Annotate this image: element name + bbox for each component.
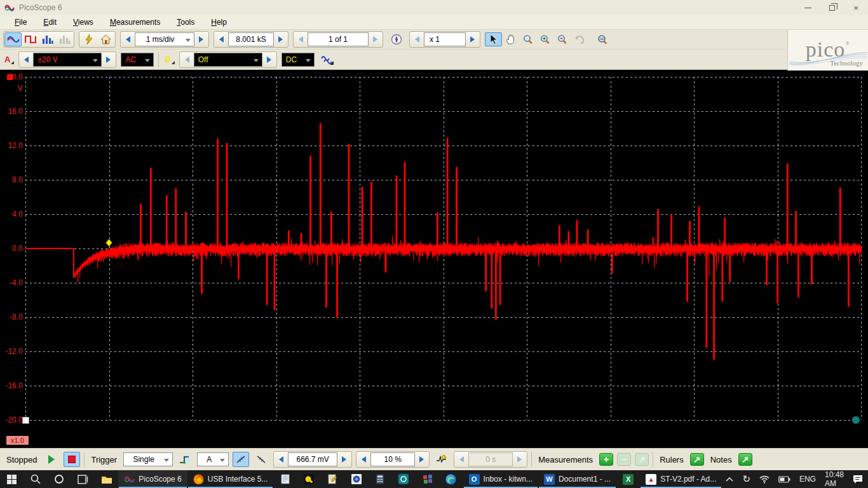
- tray-battery-icon[interactable]: [775, 470, 794, 488]
- samples-prev-button[interactable]: [215, 32, 228, 46]
- level-down-button[interactable]: [275, 452, 288, 466]
- taskbar-app-teal[interactable]: [392, 470, 416, 488]
- trigger-timing-button[interactable]: [433, 452, 450, 467]
- pre-trigger-field[interactable]: 10 %: [370, 452, 415, 466]
- zoom-prev-button[interactable]: [410, 32, 424, 46]
- logo-sub-text: Technology: [788, 59, 868, 67]
- advanced-trigger-button[interactable]: [177, 452, 193, 467]
- tray-show-hidden-button[interactable]: [722, 470, 737, 488]
- timebase-select[interactable]: 1 ms/div: [135, 32, 194, 46]
- menu-tools[interactable]: Tools: [168, 16, 203, 29]
- calculator-icon: [376, 474, 384, 484]
- spectrum-mode-button-disabled[interactable]: [56, 32, 73, 46]
- task-view-button[interactable]: [71, 470, 95, 488]
- timebase-prev-button[interactable]: [121, 32, 135, 46]
- menu-measurements[interactable]: Measurements: [102, 16, 168, 29]
- zoom-out-tool[interactable]: [553, 32, 571, 46]
- taskbar-app-outlook[interactable]: O Inbox - kitwn...: [463, 470, 538, 488]
- rulers-button[interactable]: ↗: [690, 453, 704, 466]
- notes-button[interactable]: ↗: [738, 453, 752, 466]
- delay-up-button[interactable]: [513, 452, 526, 466]
- delay-down-button[interactable]: [455, 452, 468, 466]
- taskbar-app-notepad[interactable]: [273, 470, 297, 488]
- minimize-button[interactable]: [796, 0, 820, 15]
- channel-b-range-select[interactable]: Off: [194, 53, 262, 67]
- taskbar-app-adobe[interactable]: ▲ ST-V2.pdf - Ad...: [640, 470, 722, 488]
- taskbar-app-calculator[interactable]: [369, 470, 392, 488]
- close-button[interactable]: ×: [844, 0, 868, 15]
- menu-edit[interactable]: Edit: [35, 16, 65, 29]
- start-button[interactable]: [0, 470, 24, 488]
- normal-selection-tool[interactable]: [485, 32, 502, 46]
- taskbar-app-blue-disc[interactable]: [344, 470, 368, 488]
- range-a-next-button[interactable]: [102, 53, 115, 67]
- channel-a-range-select[interactable]: ±20 V: [33, 53, 102, 67]
- timebase-next-button[interactable]: [194, 32, 208, 46]
- spectrum-view-button[interactable]: [39, 32, 56, 46]
- tray-clock[interactable]: 10:48 AM: [821, 470, 848, 488]
- cortana-button[interactable]: [48, 470, 71, 488]
- taskbar-app-notepadpp[interactable]: [321, 470, 344, 488]
- pretrigger-up-button[interactable]: [415, 452, 428, 466]
- restore-button[interactable]: [820, 0, 844, 15]
- waveform-canvas[interactable]: [0, 70, 868, 448]
- page-prev-button[interactable]: [294, 32, 308, 46]
- excel-icon: X: [623, 474, 634, 485]
- search-button[interactable]: [24, 470, 47, 488]
- channel-b-coupling-select[interactable]: DC: [281, 53, 315, 67]
- level-up-button[interactable]: [337, 452, 351, 466]
- channel-b-menu[interactable]: B: [163, 53, 174, 65]
- signal-generator-button[interactable]: [319, 53, 336, 67]
- start-button[interactable]: [43, 452, 60, 467]
- pretrigger-down-button[interactable]: [357, 452, 370, 466]
- taskbar-app-yellow-tool[interactable]: [297, 470, 321, 488]
- range-b-next-button[interactable]: [262, 53, 276, 67]
- menu-views[interactable]: Views: [65, 16, 102, 29]
- scope-view-button[interactable]: [4, 32, 22, 46]
- zoom-factor-field[interactable]: x 1: [424, 32, 466, 46]
- taskbar-app-word[interactable]: W Document1 - ...: [538, 470, 616, 488]
- taskbar-app-excel[interactable]: X: [616, 470, 640, 488]
- persistence-view-button[interactable]: [22, 32, 39, 46]
- taskbar-app-firefox[interactable]: USB Interface 5...: [187, 470, 274, 488]
- samples-next-button[interactable]: [274, 32, 287, 46]
- zoom-100-button[interactable]: 100: [594, 32, 611, 46]
- buffer-navigator-button[interactable]: [388, 32, 405, 46]
- range-b-prev-button[interactable]: [180, 53, 194, 67]
- taskbar-app-picoscope[interactable]: PicoScope 6: [118, 470, 187, 488]
- menu-help[interactable]: Help: [203, 16, 235, 29]
- trigger-source-select[interactable]: A: [197, 452, 229, 466]
- channel-a-menu[interactable]: A: [3, 53, 14, 65]
- trigger-level-field[interactable]: 666.7 mV: [288, 452, 337, 466]
- tray-language[interactable]: ENG: [796, 470, 820, 488]
- auto-setup-button[interactable]: [80, 32, 97, 46]
- window-zoom-tool[interactable]: [519, 32, 536, 46]
- range-a-prev-button[interactable]: [20, 53, 33, 67]
- tray-sync-icon[interactable]: ↻: [738, 470, 754, 488]
- rising-edge-button[interactable]: [233, 452, 249, 467]
- home-settings-button[interactable]: [97, 32, 114, 46]
- hand-pan-tool[interactable]: [502, 32, 519, 46]
- falling-edge-button[interactable]: [253, 452, 269, 467]
- y-tick: 12.0: [0, 141, 23, 150]
- stop-button[interactable]: [64, 452, 80, 467]
- page-next-button[interactable]: [369, 32, 382, 46]
- edit-measurement-button[interactable]: ↗: [635, 453, 649, 466]
- taskbar-app-edge[interactable]: [439, 470, 463, 488]
- taskbar-app-cluster[interactable]: [416, 470, 439, 488]
- page-field[interactable]: 1 of 1: [308, 32, 369, 46]
- zoom-in-tool[interactable]: [536, 32, 553, 46]
- zoom-next-button[interactable]: [466, 32, 479, 46]
- tray-wifi-icon[interactable]: [756, 470, 773, 488]
- add-measurement-button[interactable]: +: [599, 453, 613, 466]
- channel-a-coupling-select[interactable]: AC: [121, 53, 154, 67]
- action-center-button[interactable]: [849, 470, 867, 488]
- file-explorer-button[interactable]: [95, 470, 118, 488]
- menu-file[interactable]: File: [6, 16, 35, 29]
- trigger-mode-select[interactable]: Single: [123, 452, 173, 466]
- channel-b-coupling-value: DC: [286, 55, 297, 64]
- samples-field[interactable]: 8.001 kS: [228, 32, 274, 46]
- undo-zoom-button[interactable]: [571, 32, 588, 46]
- remove-measurement-button[interactable]: −: [617, 453, 631, 466]
- window-title: PicoScope 6: [19, 3, 62, 12]
